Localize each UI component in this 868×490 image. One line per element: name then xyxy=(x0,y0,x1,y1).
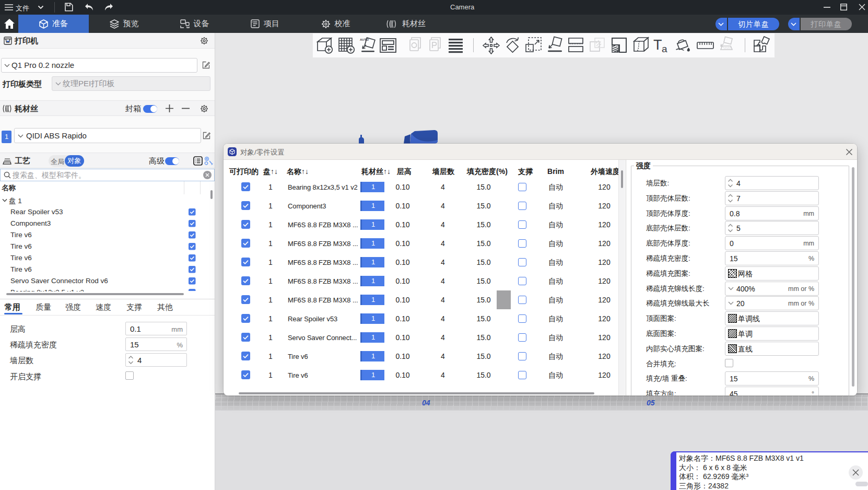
svg-text:T: T xyxy=(653,37,662,53)
svg-text:a: a xyxy=(662,43,667,54)
svg-text:AUTO: AUTO xyxy=(360,38,369,41)
